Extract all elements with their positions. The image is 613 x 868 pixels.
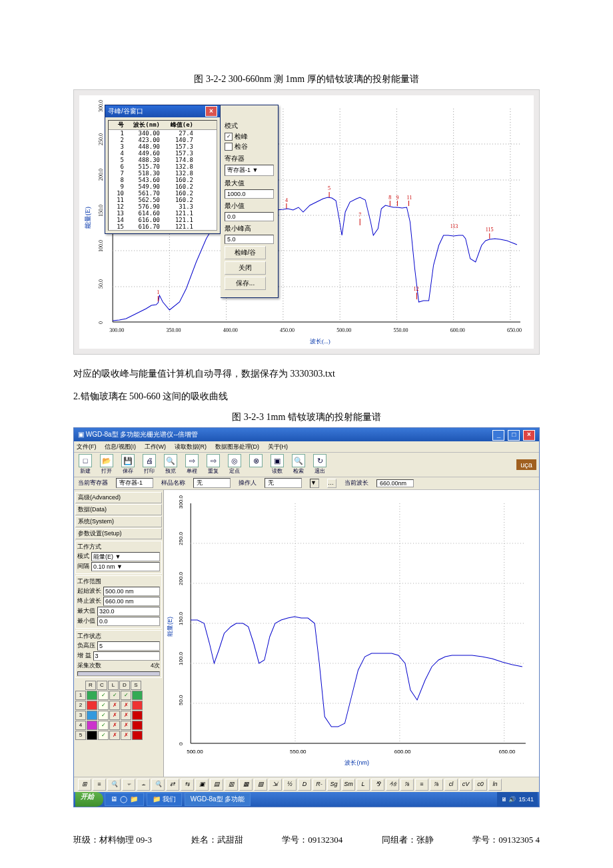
toolbar-icon[interactable]: c0 [474, 779, 487, 791]
toolbar-button[interactable]: ↻退出 [311, 454, 328, 475]
window-titlebar[interactable]: ▣ WGD-8a型 多功能光栅光谱仪--倍增管 _ □ × [74, 428, 539, 441]
slider[interactable] [77, 671, 160, 676]
interval-select[interactable]: 0.10 nm ▼ [91, 562, 160, 571]
toolbar-button[interactable]: 💾保存 [119, 454, 137, 475]
toolbar-button[interactable]: 🖨打印 [141, 454, 158, 475]
toolbar-button[interactable]: ⊗ [247, 454, 265, 475]
dialog-titlebar[interactable]: 寻峰/谷窗口 × [105, 105, 220, 117]
toolbar-button[interactable]: ⇨单程 [183, 454, 201, 475]
toolbar-icon[interactable]: ½ [283, 779, 297, 791]
toolbar-icon[interactable]: ⅋ [371, 779, 384, 791]
hv-input[interactable]: 5 [97, 641, 160, 651]
svg-text:650.00: 650.00 [507, 327, 522, 333]
taskbar-item-3[interactable]: WGD-8a型 多功能 [185, 793, 251, 806]
menubar[interactable]: 文件(F) 信息/视图(I) 工作(W) 读取数据(R) 数据图形处理(D) 关… [74, 441, 539, 453]
checkbox-valley[interactable]: 检谷 [225, 142, 274, 151]
toolbar-icon[interactable]: 🔍 [151, 779, 165, 791]
browse-button[interactable]: … [327, 479, 336, 488]
ymax-input[interactable]: 320.0 [97, 607, 160, 616]
toolbar-icon[interactable]: 🔍 [107, 779, 121, 791]
mode-select[interactable]: 能量(E) ▼ [91, 552, 160, 561]
menu-read[interactable]: 读取数据(R) [175, 443, 207, 450]
toolbar-icon[interactable]: ⇄ [166, 779, 179, 791]
save-button[interactable]: 保存... [225, 277, 266, 290]
checkbox-peak[interactable]: ✓检峰 [225, 132, 274, 141]
toolbar-icon[interactable]: cl [444, 779, 458, 791]
toolbar-icon[interactable]: ⅞ [400, 779, 414, 791]
minimize-icon[interactable]: _ [492, 430, 504, 441]
min-label: 最小值 [225, 201, 274, 211]
toolbar-icon[interactable]: R- [312, 779, 326, 791]
toolbar-icon[interactable]: ▦ [239, 779, 253, 791]
toolbar-icon[interactable]: cV [459, 779, 472, 791]
toolbar-icon[interactable]: ⇆ [181, 779, 194, 791]
btn-advanced[interactable]: 高级(Advanced) [75, 492, 162, 503]
peak-dialog[interactable]: 寻峰/谷窗口 × 号 波长(nm) 峰值(e) 1340.0027.42423.… [105, 105, 221, 234]
toolbar-button[interactable]: □新建 [77, 454, 94, 475]
menu-info[interactable]: 信息/视图(I) [105, 443, 136, 450]
maximize-icon[interactable]: □ [508, 430, 520, 441]
svg-text:150.0: 150.0 [98, 205, 104, 217]
toolbar-button[interactable]: ⇨重复 [205, 454, 222, 475]
minpeak-input[interactable]: 5.0 [225, 235, 274, 244]
svg-text:4: 4 [285, 197, 288, 203]
toolbar-icon[interactable]: Sg [327, 779, 340, 791]
toolbar-icon[interactable]: ln [488, 779, 502, 791]
toolbar-icon[interactable]: L [356, 779, 370, 791]
start-input[interactable]: 500.00 nm [103, 587, 160, 596]
toolbar-icon[interactable]: ≡ [93, 779, 106, 791]
toolbar-icon[interactable]: ⅍ [386, 779, 399, 791]
close-icon[interactable]: × [205, 106, 217, 117]
menu-work[interactable]: 工作(W) [145, 443, 167, 450]
toolbar-icon[interactable]: ⅞ [430, 779, 443, 791]
toolbar-button[interactable]: 📂打开 [98, 454, 115, 475]
toolbar-icon[interactable]: ▧ [254, 779, 267, 791]
menu-about[interactable]: 关于(H) [268, 443, 289, 450]
toolbar-icon[interactable]: ⊞ [78, 779, 91, 791]
toolbar-icon[interactable]: ▣ [195, 779, 209, 791]
toolbar-icon[interactable]: ≡ [415, 779, 428, 791]
end-input[interactable]: 660.00 nm [103, 597, 160, 606]
table-row: 2423.00140.7 [109, 137, 217, 143]
btn-system[interactable]: 系统(System) [75, 516, 162, 527]
dropdown-icon[interactable]: ▼ [310, 479, 319, 488]
taskbar-item-2[interactable]: 📁 我们 [147, 793, 182, 806]
btn-data[interactable]: 数据(Data) [75, 504, 162, 515]
toolbar-icon[interactable]: ⇲ [269, 779, 282, 791]
menu-file[interactable]: 文件(F) [77, 443, 97, 450]
toolbar-icon[interactable]: ⫟ [122, 779, 135, 791]
toolbar-icon[interactable]: ▤ [210, 779, 223, 791]
toolbar-icon[interactable]: ⫠ [137, 779, 150, 791]
figure-1: 0 50.0 100.0 150.0 200.0 250.0 300.0 300… [73, 89, 540, 355]
max-input[interactable]: 1000.0 [225, 189, 274, 199]
ymin-input[interactable]: 0.0 [97, 617, 160, 626]
close-window-icon[interactable]: × [523, 430, 535, 441]
toolbar-icon[interactable]: ▥ [225, 779, 238, 791]
page-footer: 班级：材料物理 09-3 姓名：武甜甜 学号：09132304 同组者：张静 学… [73, 834, 540, 846]
start-button[interactable]: 开始 [75, 792, 103, 807]
scan-value: 4次 [151, 661, 160, 670]
min-input[interactable]: 0.0 [225, 212, 274, 221]
table-row: 9549.90160.2 [109, 183, 217, 190]
chart-canvas-1: 0 50.0 100.0 150.0 200.0 250.0 300.0 300… [79, 95, 534, 349]
toolbar-button[interactable]: ▣读数 [269, 454, 286, 475]
register-select[interactable]: 寄存器-1 ▼ [225, 165, 274, 176]
toolbar-icon[interactable]: Sm [342, 779, 355, 791]
toolbar-icon[interactable]: D [298, 779, 311, 791]
table-row: 11562.50160.2 [109, 197, 217, 203]
close-button[interactable]: 关闭 [225, 261, 266, 275]
svg-text:300.00: 300.00 [109, 327, 124, 333]
btn-setup[interactable]: 参数设置(Setup) [75, 528, 162, 539]
footer-id: 学号：09132304 [282, 834, 342, 846]
system-tray[interactable]: 🖥 🔊 15:41 [497, 792, 538, 807]
menu-process[interactable]: 数据图形处理(D) [215, 443, 260, 450]
tool-icon: ⊗ [249, 454, 263, 467]
operator-value[interactable]: 无 [265, 478, 302, 488]
taskbar-item-1[interactable]: 🖥 ◯ 📁 [105, 793, 144, 806]
gain-input[interactable]: 3 [93, 651, 160, 661]
toolbar-button[interactable]: 🔍检索 [290, 454, 307, 475]
find-button[interactable]: 检峰/谷 [225, 246, 266, 259]
toolbar-button[interactable]: 🔍预览 [162, 454, 179, 475]
toolbar-button[interactable]: ◎定点 [226, 454, 243, 475]
svg-text:200.0: 200.0 [98, 169, 104, 181]
